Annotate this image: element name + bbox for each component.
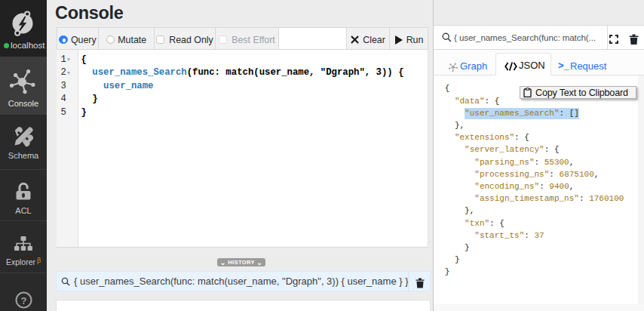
svg-text:?: ?: [21, 295, 27, 306]
